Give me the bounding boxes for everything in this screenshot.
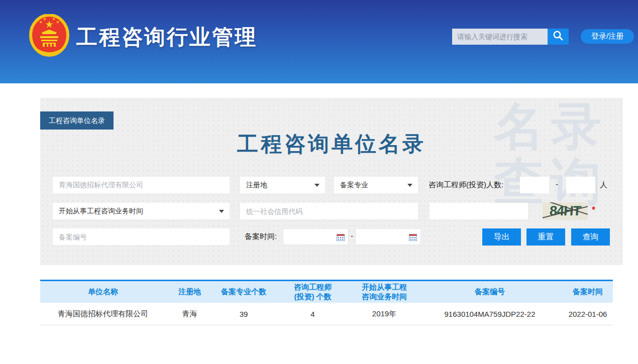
captcha-image[interactable]: 84HT: [543, 202, 588, 220]
search-panel: 名录 查询 工程咨询单位名录 工程咨询单位名录 注册地 备案专业 咨询工程师(投…: [40, 98, 623, 265]
login-register-button[interactable]: 登录/注册: [581, 29, 634, 44]
national-emblem-logo: [29, 14, 69, 57]
record-time-label: 备案时间:: [245, 232, 277, 241]
chevron-down-icon: [314, 184, 320, 187]
range-separator: -: [556, 180, 558, 188]
search-icon: [552, 30, 564, 44]
engineer-count-max-input[interactable]: [566, 177, 595, 193]
calendar-icon: [409, 233, 417, 241]
search-input[interactable]: [452, 29, 548, 45]
col-header-registration-place: 注册地: [166, 287, 214, 297]
cell-unit-name: 青海国德招标代理有限公司: [40, 309, 166, 319]
person-unit-label: 人: [600, 180, 607, 190]
search-button[interactable]: [548, 29, 569, 45]
record-time-start-input[interactable]: [283, 228, 349, 245]
reset-button[interactable]: 重置: [526, 228, 565, 246]
cell-record-time: 2022-01-06: [563, 310, 613, 318]
header-search-box: [452, 29, 548, 45]
filing-specialty-select[interactable]: 备案专业: [334, 177, 418, 193]
registration-place-select[interactable]: 注册地: [240, 177, 325, 193]
credit-code-input[interactable]: [240, 203, 418, 219]
table-row[interactable]: 青海国德招标代理有限公司 青海 39 4 2019年 91630104MA759…: [40, 303, 613, 325]
engineer-count-label: 咨询工程师(投资)人数:: [429, 180, 503, 190]
results-table: 单位名称 注册地 备案专业个数 咨询工程师 (投资) 个数 开始从事工程 咨询业…: [40, 280, 613, 325]
chevron-down-icon: [407, 184, 412, 187]
calendar-icon: [337, 233, 345, 241]
cell-record-number: 91630104MA759JDP22-22: [417, 310, 563, 318]
col-header-record-number: 备案编号: [417, 287, 563, 297]
page-title: 工程咨询单位名录: [40, 130, 623, 158]
query-button[interactable]: 查询: [571, 228, 610, 246]
business-start-time-select[interactable]: 开始从事工程咨询业务时间: [53, 203, 230, 219]
record-time-end-input[interactable]: [355, 228, 421, 245]
cell-specialty-count: 39: [214, 310, 274, 318]
cell-registration-place: 青海: [166, 309, 214, 319]
col-header-specialty-count: 备案专业个数: [214, 287, 274, 297]
col-header-record-time: 备案时间: [563, 287, 613, 297]
col-header-start-time: 开始从事工程 咨询业务时间: [352, 283, 417, 302]
business-start-time-select-value: 开始从事工程咨询业务时间: [59, 207, 143, 216]
filing-specialty-select-value: 备案专业: [340, 181, 368, 190]
captcha-input[interactable]: [430, 203, 528, 219]
col-header-unit-name: 单位名称: [40, 287, 166, 297]
registration-place-select-value: 注册地: [246, 181, 267, 190]
table-header-row: 单位名称 注册地 备案专业个数 咨询工程师 (投资) 个数 开始从事工程 咨询业…: [40, 280, 613, 303]
site-header: 工程咨询行业管理 登录/注册: [0, 0, 638, 83]
engineer-count-min-input[interactable]: [520, 177, 549, 193]
cell-start-time: 2019年: [352, 309, 417, 319]
record-number-input[interactable]: [53, 228, 230, 245]
cell-engineer-count: 4: [274, 310, 352, 318]
chevron-down-icon: [219, 210, 224, 213]
company-name-input[interactable]: [53, 177, 230, 193]
site-title: 工程咨询行业管理: [76, 23, 257, 51]
col-header-engineer-count: 咨询工程师 (投资) 个数: [274, 283, 352, 302]
tab-unit-directory[interactable]: 工程咨询单位名录: [40, 111, 114, 130]
required-asterisk: *: [592, 205, 595, 215]
export-button[interactable]: 导出: [482, 228, 521, 246]
date-range-separator: -: [351, 231, 353, 240]
